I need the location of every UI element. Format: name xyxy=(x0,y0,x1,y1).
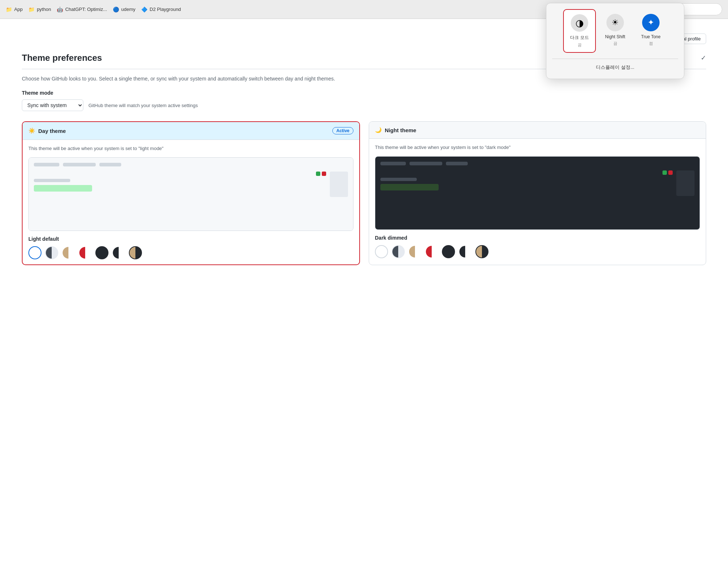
day-theme-name: Light default xyxy=(28,236,353,242)
bookmark-d2[interactable]: 🔷 D2 Playground xyxy=(141,7,181,12)
day-theme-preview xyxy=(28,157,353,231)
swatch-tan[interactable] xyxy=(62,246,75,259)
day-theme-desc: This theme will be active when your syst… xyxy=(28,145,353,152)
mockup-nav xyxy=(34,163,348,166)
night-theme-preview xyxy=(375,156,700,230)
true-tone-label: True Tone xyxy=(641,34,660,39)
bookmarks-bar: 📁 App 📁 python 🤖 ChatGPT: Optimiz... 🔵 u… xyxy=(6,7,607,12)
n-swatch-red[interactable] xyxy=(425,245,438,258)
chatgpt-icon: 🤖 xyxy=(57,7,63,12)
night-theme-card-body: This theme will be active when your syst… xyxy=(369,139,706,263)
text-line-1 xyxy=(34,179,70,182)
nav-bar-3 xyxy=(99,163,121,166)
night-theme-title: Night theme xyxy=(385,127,416,133)
dark-green-dot xyxy=(662,170,667,175)
bookmark-chatgpt[interactable]: 🤖 ChatGPT: Optimiz... xyxy=(57,7,107,12)
nav-bar-1 xyxy=(34,163,59,166)
true-tone-sub: 켬 xyxy=(649,41,653,46)
dark-nav-bar-2 xyxy=(410,162,442,165)
night-theme-card-header: 🌙 Night theme xyxy=(369,122,706,139)
swatch-tan-black[interactable] xyxy=(129,246,142,259)
dark-red-dot xyxy=(668,170,673,175)
theme-mode-row: Sync with system Day theme Night theme G… xyxy=(22,99,706,111)
swatch-white-blue[interactable] xyxy=(28,246,41,259)
day-theme-card[interactable]: ☀️ Day theme Active This theme will be a… xyxy=(22,121,360,265)
text-line-2 xyxy=(34,185,92,192)
dark-mode-sub: 끔 xyxy=(578,42,582,48)
night-theme-card[interactable]: 🌙 Night theme This theme will be active … xyxy=(369,121,706,265)
swatch-half-black[interactable] xyxy=(112,246,125,259)
d2-icon: 🔷 xyxy=(141,7,147,12)
n-swatch-half[interactable] xyxy=(392,245,405,258)
theme-cards-row: ☀️ Day theme Active This theme will be a… xyxy=(22,121,706,265)
active-badge: Active xyxy=(332,127,353,134)
folder-icon: 📁 xyxy=(6,7,12,12)
day-theme-title-row: ☀️ Day theme xyxy=(28,127,66,134)
bookmark-python[interactable]: 📁 python xyxy=(28,7,51,12)
mockup-body xyxy=(34,172,348,197)
mockup-text xyxy=(34,172,326,194)
n-swatch-black[interactable] xyxy=(442,245,455,258)
n-swatch-tan[interactable] xyxy=(408,245,422,258)
dark-mockup-nav xyxy=(380,162,695,165)
night-shift-icon-circle: ☀ xyxy=(606,14,624,31)
day-theme-card-header: ☀️ Day theme Active xyxy=(23,122,359,140)
night-theme-desc: This theme will be active when your syst… xyxy=(375,144,700,151)
day-theme-card-body: This theme will be active when your syst… xyxy=(23,140,359,264)
bookmark-app[interactable]: 📁 App xyxy=(6,7,23,12)
swatch-red[interactable] xyxy=(79,246,92,259)
swatch-half-dark[interactable] xyxy=(45,246,58,259)
n-swatch-white[interactable] xyxy=(375,245,388,258)
section-title: Theme preferences xyxy=(22,53,102,63)
folder-icon-2: 📁 xyxy=(28,7,35,12)
popup-divider xyxy=(552,59,678,59)
sun-icon: ☀️ xyxy=(28,127,35,134)
night-shift-label: Night Shift xyxy=(605,34,625,39)
n-swatch-tan-black[interactable] xyxy=(475,245,488,258)
dark-mode-icon-circle: ◑ xyxy=(571,14,588,32)
dark-nav-bar-3 xyxy=(446,162,468,165)
night-shift-sub: 끔 xyxy=(613,41,617,46)
dark-nav-bar-1 xyxy=(380,162,406,165)
night-shift-button[interactable]: ☀ Night Shift 끔 xyxy=(599,9,632,53)
day-theme-title: Day theme xyxy=(38,128,66,134)
theme-mode-hint: GitHub theme will match your system acti… xyxy=(88,103,198,108)
dark-corner-icons xyxy=(380,170,673,175)
red-dot xyxy=(322,172,326,176)
display-popup: ◑ 다크 모드 끔 ☀ Night Shift 끔 ✦ True Tone 켬 … xyxy=(546,3,684,79)
true-tone-button[interactable]: ✦ True Tone 켬 xyxy=(634,9,667,53)
n-swatch-half-black[interactable] xyxy=(459,245,472,258)
dark-mode-button[interactable]: ◑ 다크 모드 끔 xyxy=(563,9,596,53)
true-tone-icon-circle: ✦ xyxy=(642,14,660,31)
theme-mode-select[interactable]: Sync with system Day theme Night theme xyxy=(22,99,83,111)
bookmark-udemy[interactable]: 🔵 udemy xyxy=(113,7,135,12)
chevron-icon[interactable]: ✓ xyxy=(701,54,706,62)
swatch-black[interactable] xyxy=(95,246,108,259)
dark-text-line-2 xyxy=(380,184,439,190)
night-theme-title-row: 🌙 Night theme xyxy=(375,127,416,133)
dark-mockup-text xyxy=(380,170,673,193)
dark-text-line-1 xyxy=(380,178,417,181)
night-theme-name: Dark dimmed xyxy=(375,235,700,241)
main-content: Go to your personal profile Theme prefer… xyxy=(0,19,728,586)
moon-icon: 🌙 xyxy=(375,127,382,133)
popup-icons-row: ◑ 다크 모드 끔 ☀ Night Shift 끔 ✦ True Tone 켬 xyxy=(552,9,678,53)
dark-mockup xyxy=(375,157,700,229)
night-theme-swatches xyxy=(375,245,700,258)
day-theme-swatches xyxy=(28,246,353,259)
dark-mode-label: 다크 모드 xyxy=(570,35,589,41)
display-settings-link[interactable]: 디스플레이 설정... xyxy=(552,62,678,73)
mockup-corner-icons xyxy=(34,172,326,176)
green-dot xyxy=(316,172,320,176)
mockup-sidebar xyxy=(330,172,348,197)
dark-mockup-sidebar xyxy=(676,170,695,196)
udemy-icon: 🔵 xyxy=(113,7,119,12)
dark-mockup-body xyxy=(380,170,695,196)
nav-bar-2 xyxy=(63,163,96,166)
theme-mode-label: Theme mode xyxy=(22,90,706,96)
light-mockup xyxy=(29,158,353,231)
